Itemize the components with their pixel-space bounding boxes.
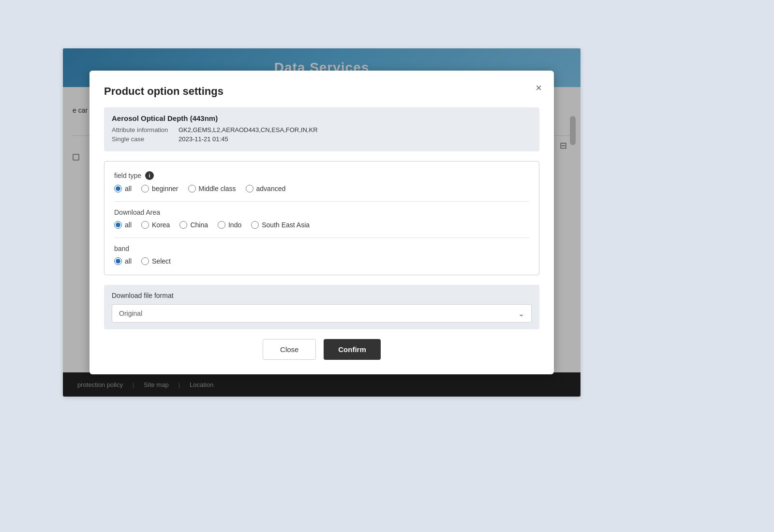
download-area-indo-label: Indo xyxy=(228,221,241,229)
band-header: band xyxy=(114,245,529,252)
download-area-option-indo[interactable]: Indo xyxy=(218,221,241,229)
band-option-select[interactable]: Select xyxy=(141,257,171,265)
download-area-option-sea[interactable]: South East Asia xyxy=(251,221,310,229)
product-attribute-row: Attribute information GK2,GEMS,L2,AERAOD… xyxy=(112,126,532,133)
close-icon[interactable]: × xyxy=(536,83,542,93)
download-area-all-label: all xyxy=(125,221,132,229)
close-button[interactable]: Close xyxy=(263,339,316,360)
field-type-option-beginner[interactable]: beginner xyxy=(141,185,179,192)
attribute-info-label: Attribute information xyxy=(112,126,175,133)
divider-1 xyxy=(114,201,529,202)
download-area-label: Download Area xyxy=(114,208,160,216)
modal-footer: Close Confirm xyxy=(104,339,539,360)
band-group: band all Select xyxy=(114,245,529,265)
field-type-advanced-label: advanced xyxy=(256,185,286,192)
download-format-section: Download file format Original NetCDF Geo… xyxy=(104,285,539,329)
field-type-option-advanced[interactable]: advanced xyxy=(246,185,286,192)
field-type-middle-label: Middle class xyxy=(199,185,236,192)
download-area-group: Download Area all Korea China xyxy=(114,208,529,229)
download-area-sea-label: South East Asia xyxy=(262,221,310,229)
confirm-button[interactable]: Confirm xyxy=(324,339,381,360)
download-area-header: Download Area xyxy=(114,208,529,216)
product-single-case-row: Single case 2023-11-21 01:45 xyxy=(112,135,532,143)
download-area-option-korea[interactable]: Korea xyxy=(141,221,170,229)
band-select-label: Select xyxy=(152,257,171,265)
single-case-label: Single case xyxy=(112,135,175,143)
field-type-header: field type i xyxy=(114,171,529,180)
format-select-wrapper: Original NetCDF GeoTIFF HDF5 ⌄ xyxy=(112,304,532,323)
field-type-option-middle[interactable]: Middle class xyxy=(188,185,236,192)
field-type-option-all[interactable]: all xyxy=(114,185,132,192)
field-type-radio-group: all beginner Middle class advanced xyxy=(114,185,529,192)
band-option-all[interactable]: all xyxy=(114,257,132,265)
product-name: Aerosol Optical Depth (443nm) xyxy=(112,114,532,122)
download-area-radio-group: all Korea China Indo xyxy=(114,221,529,229)
download-area-china-label: China xyxy=(190,221,208,229)
download-area-korea-label: Korea xyxy=(152,221,170,229)
product-info-section: Aerosol Optical Depth (443nm) Attribute … xyxy=(104,107,539,151)
download-format-label: Download file format xyxy=(112,292,532,299)
modal-title: Product option settings xyxy=(104,85,539,98)
download-area-option-all[interactable]: all xyxy=(114,221,132,229)
field-type-beginner-label: beginner xyxy=(152,185,179,192)
band-label: band xyxy=(114,245,129,252)
options-section: field type i all beginner Middle class xyxy=(104,161,539,275)
field-type-all-label: all xyxy=(125,185,132,192)
modal-overlay: Product option settings × Aerosol Optica… xyxy=(63,48,580,397)
download-area-option-china[interactable]: China xyxy=(179,221,208,229)
modal-dialog: Product option settings × Aerosol Optica… xyxy=(89,71,554,374)
single-case-value: 2023-11-21 01:45 xyxy=(179,135,228,143)
field-type-info-icon[interactable]: i xyxy=(145,171,154,180)
attribute-info-value: GK2,GEMS,L2,AERAOD443,CN,ESA,FOR,IN,KR xyxy=(179,126,318,133)
band-all-label: all xyxy=(125,257,132,265)
format-select[interactable]: Original NetCDF GeoTIFF HDF5 xyxy=(112,305,531,322)
band-radio-group: all Select xyxy=(114,257,529,265)
field-type-label: field type xyxy=(114,172,141,179)
field-type-group: field type i all beginner Middle class xyxy=(114,171,529,192)
divider-2 xyxy=(114,237,529,238)
